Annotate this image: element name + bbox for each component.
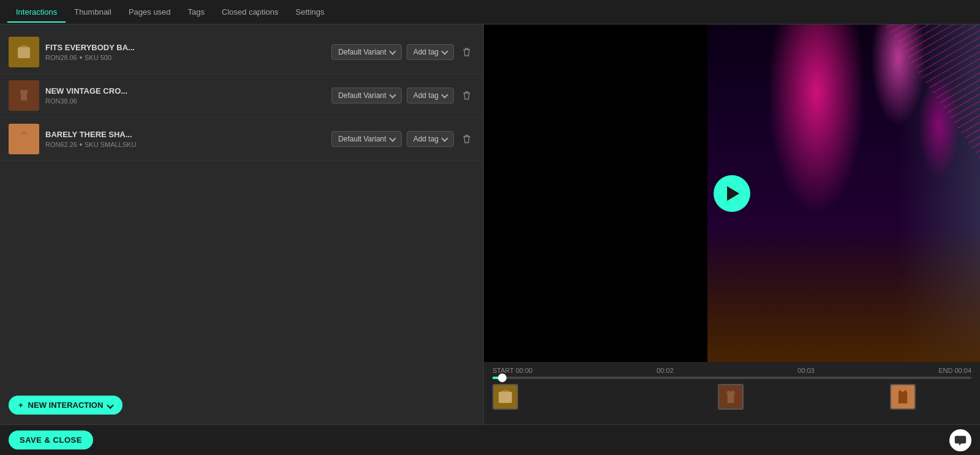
item-controls-2: Default Variant Add tag [331, 88, 475, 103]
tag-dropdown-2[interactable]: Add tag [407, 88, 454, 103]
tab-pages-used[interactable]: Pages used [120, 1, 179, 23]
svg-point-1 [21, 131, 26, 135]
svg-rect-3 [499, 392, 512, 403]
product-thumbnail-1 [9, 37, 39, 67]
tab-thumbnail[interactable]: Thumbnail [66, 1, 120, 23]
video-container [484, 24, 980, 362]
timeline-mark2-label: 00:03 [797, 367, 815, 374]
tag-dropdown-3[interactable]: Add tag [407, 131, 454, 147]
play-button[interactable] [714, 175, 750, 212]
delete-button-2[interactable] [459, 88, 475, 103]
tab-interactions[interactable]: Interactions [7, 1, 66, 23]
main-layout: FITS EVERYBODY BA... RON28.06 SKU 500 De… [0, 24, 980, 424]
timeline-start-label: START 00:00 [492, 367, 532, 374]
product-meta-1: RON28.06 SKU 500 [45, 54, 325, 61]
chevron-down-icon [389, 91, 396, 98]
chevron-down-icon [441, 91, 448, 98]
timeline-mark1-label: 00:02 [657, 367, 674, 374]
new-interaction-label: NEW INTERACTION [28, 400, 104, 410]
plus-icon: + [18, 400, 23, 410]
left-panel: FITS EVERYBODY BA... RON28.06 SKU 500 De… [0, 24, 484, 424]
delete-button-3[interactable] [459, 131, 475, 147]
item-controls-3: Default Variant Add tag [331, 131, 475, 147]
chevron-down-icon [441, 48, 448, 55]
timeline-handle[interactable] [498, 374, 507, 382]
timeline-section: START 00:00 00:02 00:03 END 00:04 [484, 362, 980, 424]
save-close-button[interactable]: SAVE & CLOSE [9, 431, 93, 449]
product-name-2: NEW VINTAGE CRO... [45, 86, 325, 96]
interactions-list: FITS EVERYBODY BA... RON28.06 SKU 500 De… [0, 24, 483, 386]
top-nav: Interactions Thumbnail Pages used Tags C… [0, 0, 980, 24]
interaction-item-1: FITS EVERYBODY BA... RON28.06 SKU 500 De… [0, 31, 483, 74]
chevron-down-icon [441, 135, 448, 141]
timeline-thumb-3[interactable] [890, 384, 916, 410]
interaction-item-3: BARELY THERE SHA... RON62.26 SKU SMALLSK… [0, 118, 483, 161]
variant-dropdown-1[interactable]: Default Variant [331, 44, 402, 60]
timeline-end-label: END 00:04 [938, 367, 971, 374]
tab-settings[interactable]: Settings [287, 1, 333, 23]
timeline-bar[interactable] [492, 377, 971, 379]
chevron-down-icon [389, 48, 396, 55]
bottom-right [949, 429, 971, 451]
bottom-bar: SAVE & CLOSE [0, 424, 980, 455]
timeline-thumbnails [492, 384, 971, 416]
product-thumbnail-3 [9, 124, 39, 154]
tab-tags[interactable]: Tags [179, 1, 213, 23]
chevron-down-icon [389, 135, 396, 141]
timeline-labels: START 00:00 00:02 00:03 END 00:04 [492, 367, 971, 374]
play-icon [727, 186, 739, 201]
product-info-2: NEW VINTAGE CRO... RON38.06 [45, 86, 325, 105]
tab-closed-captions[interactable]: Closed captions [213, 1, 287, 23]
product-name-3: BARELY THERE SHA... [45, 130, 325, 139]
timeline-thumb-1[interactable] [492, 384, 518, 410]
timeline-thumb-2[interactable] [718, 384, 744, 410]
product-name-1: FITS EVERYBODY BA... [45, 43, 325, 52]
product-info-1: FITS EVERYBODY BA... RON28.06 SKU 500 [45, 43, 325, 61]
variant-dropdown-3[interactable]: Default Variant [331, 131, 402, 147]
new-interaction-button[interactable]: + NEW INTERACTION [9, 396, 123, 415]
video-black-area [484, 24, 707, 362]
chat-icon[interactable] [949, 429, 971, 451]
delete-button-1[interactable] [459, 44, 475, 60]
svg-rect-0 [18, 47, 30, 58]
meta-dot [80, 56, 82, 59]
chevron-down-icon [107, 402, 114, 408]
interaction-item-2: NEW VINTAGE CRO... RON38.06 Default Vari… [0, 74, 483, 118]
product-meta-3: RON62.26 SKU SMALLSKU [45, 141, 325, 148]
product-info-3: BARELY THERE SHA... RON62.26 SKU SMALLSK… [45, 130, 325, 148]
product-meta-2: RON38.06 [45, 97, 325, 105]
product-thumbnail-2 [9, 80, 39, 111]
right-panel: START 00:00 00:02 00:03 END 00:04 [484, 24, 980, 424]
meta-dot [80, 143, 82, 146]
item-controls-1: Default Variant Add tag [331, 44, 475, 60]
tag-dropdown-1[interactable]: Add tag [407, 44, 454, 60]
variant-dropdown-2[interactable]: Default Variant [331, 88, 402, 103]
